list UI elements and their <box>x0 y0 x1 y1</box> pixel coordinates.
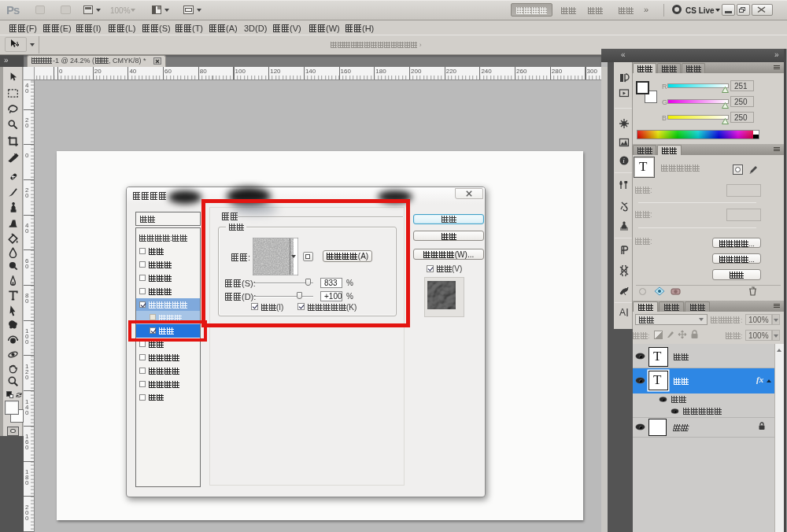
svg-text:A: A <box>619 307 626 318</box>
